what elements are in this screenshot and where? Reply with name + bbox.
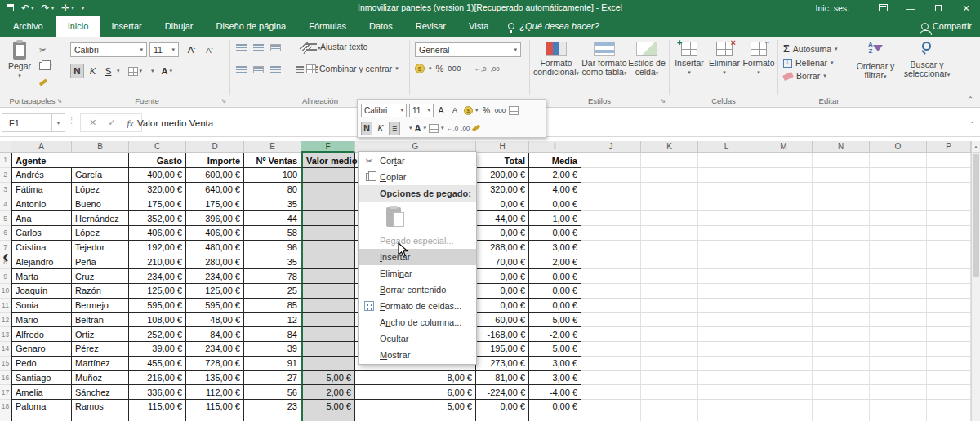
cell[interactable] [641,385,698,400]
cell[interactable]: 70,00 € [476,255,529,270]
scroll-up-arrow[interactable]: ▲ [972,141,980,153]
cell[interactable] [813,183,870,197]
cell[interactable] [698,255,755,270]
cell[interactable] [870,211,927,226]
row-header-3[interactable]: 3 [0,183,11,197]
cell[interactable] [301,414,355,421]
cell[interactable]: 84 [244,327,301,342]
bold-button[interactable]: N [70,64,84,78]
cell[interactable]: 2,00 € [529,168,581,183]
cell[interactable]: 35 [244,197,301,212]
cell[interactable]: 44,00 € [476,211,529,226]
cell[interactable] [927,414,971,421]
cell[interactable] [581,211,641,226]
increase-decimal-button[interactable]: ←,0 [474,65,487,73]
cell[interactable] [813,414,870,421]
cell[interactable]: 0,00 € [529,284,581,299]
column-header-E[interactable]: E [244,141,301,153]
cell[interactable] [641,284,698,299]
cell[interactable] [870,197,927,212]
cell[interactable] [755,269,813,284]
cell[interactable] [244,414,301,421]
cell[interactable]: Bueno [72,197,129,212]
row-header-13[interactable]: 13 [0,327,11,342]
insert-cells-button[interactable]: + Insertar ▾ [672,42,706,77]
row-header-6[interactable]: 6 [0,226,11,241]
cell[interactable]: López [72,183,129,197]
comma-style-button[interactable]: 000 [448,64,461,73]
sort-filter-button[interactable]: AZ Ordenar y filtrar▾ [852,42,899,81]
cell[interactable]: 455,00 € [129,357,186,371]
select-all-corner[interactable] [0,141,11,153]
mini-borders-icon[interactable] [429,124,439,133]
column-header-H[interactable]: H [476,141,529,153]
cell[interactable]: 396,00 € [186,211,244,226]
cell[interactable] [927,226,971,241]
cell[interactable]: Beltrán [72,313,129,328]
column-header-P[interactable]: P [927,141,971,153]
cell[interactable]: 112,00 € [186,385,244,400]
cell[interactable] [755,385,813,400]
cell[interactable]: Santiago [11,371,72,386]
cell[interactable] [813,299,870,313]
underline-button[interactable]: S [101,64,115,78]
accounting-format-icon[interactable]: $ [415,64,425,73]
cell[interactable] [698,327,755,342]
format-as-table-button[interactable]: Dar formato como tabla▾ [581,42,627,78]
cell[interactable] [813,313,870,328]
column-header-K[interactable]: K [641,141,698,153]
cell[interactable]: 39,00 € [129,342,186,357]
cell[interactable]: 336,00 € [129,385,186,400]
merge-center-button[interactable]: Combinar y centrar ▾ [306,64,399,73]
cell[interactable] [581,226,641,241]
cell[interactable] [581,371,641,386]
cell[interactable] [698,183,755,197]
cell[interactable]: 1,00 € [529,211,581,226]
row-header-9[interactable]: 9 [0,269,11,284]
cell[interactable]: 25 [244,284,301,299]
cell[interactable] [870,327,927,342]
cell[interactable] [755,226,813,241]
cell[interactable] [870,183,927,197]
cell[interactable]: Joaquín [11,284,72,299]
cell[interactable] [755,313,813,328]
cell[interactable]: 352,00 € [129,211,186,226]
menu-item-pegado-especial[interactable]: Pegado especial... [359,233,476,249]
cell[interactable] [301,357,355,371]
cell[interactable]: 0,00 € [529,299,581,313]
cell[interactable]: 3,00 € [529,241,581,255]
cell[interactable] [641,313,698,328]
cell[interactable]: 480,00 € [186,241,244,255]
cell[interactable] [301,269,355,284]
cell[interactable] [698,342,755,357]
menu-item-cortar[interactable]: ✂Cortar [359,153,476,169]
cell[interactable] [927,153,971,168]
cell[interactable] [698,284,755,299]
cell[interactable] [927,327,971,342]
cell[interactable] [641,327,698,342]
menu-item-eliminar[interactable]: Eliminar [359,265,476,281]
cell[interactable]: 252,00 € [129,327,186,342]
cell[interactable]: Importe [186,153,244,168]
column-header-J[interactable]: J [581,141,641,153]
cell[interactable] [581,241,641,255]
cell[interactable]: 200,00 € [476,168,529,183]
cell[interactable]: 234,00 € [186,269,244,284]
cell[interactable] [870,241,927,255]
clipboard-dialog-launcher[interactable]: ⇘ [56,97,62,104]
align-bottom-icon[interactable] [270,44,281,51]
cell[interactable]: Alfredo [11,327,72,342]
cell[interactable] [641,299,698,313]
cell[interactable] [755,327,813,342]
cell[interactable] [870,414,927,421]
cell[interactable] [755,299,813,313]
mini-merge-icon[interactable] [509,106,519,115]
cell[interactable] [11,414,72,421]
italic-button[interactable]: K [86,64,100,78]
cell[interactable]: Antonio [11,197,72,212]
column-header-C[interactable]: C [129,141,186,153]
cell[interactable] [129,414,186,421]
cell[interactable] [641,255,698,270]
customize-qat-button[interactable]: ▾ [82,5,85,11]
column-header-A[interactable]: A [11,141,72,153]
